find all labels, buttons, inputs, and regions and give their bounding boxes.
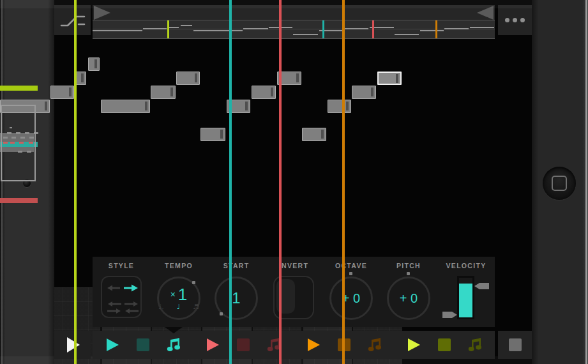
octave-value: + 0 (342, 291, 360, 306)
playhead-2-coral-line (279, 287, 282, 364)
velocity-fill-bar (459, 284, 472, 317)
stop-icon (509, 338, 522, 351)
stop-icon (438, 338, 451, 351)
music-note-icon (165, 337, 182, 353)
playhead-1-teal-overview-tick (322, 20, 324, 38)
music-note-icon (366, 337, 383, 353)
play-button-4[interactable] (402, 333, 425, 356)
bezel-edge-highlight (585, 0, 587, 364)
overview-note-segment (470, 27, 494, 28)
overview-note-segment (344, 28, 368, 29)
playhead-4-lime-minimap-row (0, 86, 38, 91)
overview-note-segment (243, 28, 268, 29)
more-options-button[interactable] (498, 5, 532, 35)
style-forward-option[interactable] (123, 284, 139, 292)
note-settings-button-3[interactable] (363, 333, 386, 356)
stop-icon (137, 338, 149, 351)
start-label: START (207, 262, 265, 269)
style-pingpong-reverse-option[interactable] (106, 300, 123, 315)
play-button-1[interactable] (101, 333, 124, 356)
velocity-label: VELOCITY (437, 262, 495, 269)
bezel-right (532, 0, 588, 364)
playhead-4-lime-overview-tick (167, 20, 169, 38)
control-velocity: VELOCITY (437, 257, 495, 327)
master-play-button[interactable] (54, 331, 91, 359)
velocity-min-handle[interactable] (442, 312, 457, 318)
overview-note-segment (420, 30, 444, 31)
sixteenth-notes-icon: ♬ (193, 303, 199, 311)
note-settings-button-2[interactable] (262, 333, 285, 356)
dotted-quarter-note-icon: ♩. (158, 303, 164, 311)
playhead-3-orange-overview-tick (435, 20, 437, 38)
home-button[interactable] (543, 167, 576, 200)
ellipsis-icon (505, 18, 509, 22)
start-value: 1 (232, 289, 240, 307)
pitch-knob[interactable]: + 0 (387, 277, 430, 320)
play-icon (64, 336, 81, 354)
bezel-left (0, 0, 54, 364)
note-settings-button-4[interactable] (464, 333, 486, 356)
tempo-knob-indicator (192, 281, 195, 284)
control-style: STYLE (93, 257, 150, 327)
style-option-box (101, 276, 142, 318)
overview-note-segment (93, 30, 142, 31)
overview-note-segment (395, 34, 419, 35)
ellipsis-icon (513, 18, 517, 22)
control-pitch: PITCH + 0 (380, 257, 437, 327)
music-note-icon (467, 337, 483, 353)
octave-knob[interactable]: + 0 (329, 277, 373, 320)
minimap-view-window[interactable] (1, 105, 36, 181)
overview-note-segment (444, 28, 469, 29)
overview-note-segment (181, 25, 192, 26)
bezel-edge-highlight (1, 0, 3, 364)
play-icon (406, 337, 421, 353)
sequence-overview-strip[interactable] (93, 20, 495, 39)
start-knob-indicator (220, 312, 223, 315)
ellipsis-icon (520, 18, 525, 22)
glide-settings-button[interactable] (54, 5, 91, 35)
playhead-4-lime-line (74, 287, 77, 364)
style-pingpong-forward-option[interactable] (123, 300, 140, 315)
control-tempo: TEMPO × 1 ♩. ♩ ♬ (150, 257, 207, 327)
quarter-note-icon: ♩ (177, 303, 180, 311)
overview-note-segment (193, 30, 243, 31)
tempo-label: TEMPO (150, 262, 207, 269)
panel-callout-notch (165, 327, 183, 333)
control-start: START 1 (207, 257, 265, 327)
octave-knob-indicator (349, 272, 352, 275)
glide-ramp-icon (59, 11, 86, 30)
octave-label: OCTAVE (322, 262, 380, 269)
stop-button-1[interactable] (132, 333, 155, 356)
play-icon (205, 337, 220, 353)
play-button-2[interactable] (201, 333, 224, 356)
pitch-value: + 0 (400, 291, 418, 306)
stop-button-2[interactable] (232, 333, 255, 356)
stop-all-button[interactable] (498, 331, 532, 359)
pitch-knob-indicator (407, 272, 410, 275)
playhead-settings-panel: STYLE TEMPO (93, 257, 495, 327)
timeline-ruler (93, 5, 495, 38)
home-square-icon (552, 176, 567, 191)
transport-bar (93, 331, 495, 359)
style-backward-option[interactable] (106, 284, 121, 292)
overview-note-segment (143, 28, 167, 29)
tempo-note-value-icons: ♩. ♩ ♬ (158, 303, 199, 311)
style-label: STYLE (93, 262, 150, 269)
playhead-3-orange-line (342, 287, 345, 364)
overview-note-segment (293, 34, 318, 35)
tablet-device: STYLE TEMPO (0, 0, 588, 364)
overview-note-segment (168, 27, 179, 28)
control-invert: INVERT (265, 257, 322, 327)
playhead-2-coral-minimap-row (0, 198, 38, 203)
stop-icon (237, 338, 250, 351)
playhead-2-coral-overview-tick (372, 20, 374, 38)
velocity-max-handle[interactable] (474, 283, 489, 289)
playhead-1-teal-line (229, 287, 232, 364)
invert-label: INVERT (265, 262, 322, 269)
play-icon (105, 337, 120, 353)
pitch-label: PITCH (380, 262, 437, 269)
stop-button-4[interactable] (433, 333, 456, 356)
play-button-3[interactable] (302, 333, 325, 356)
control-octave: OCTAVE + 0 (322, 257, 380, 327)
note-settings-button-1[interactable] (162, 333, 185, 356)
